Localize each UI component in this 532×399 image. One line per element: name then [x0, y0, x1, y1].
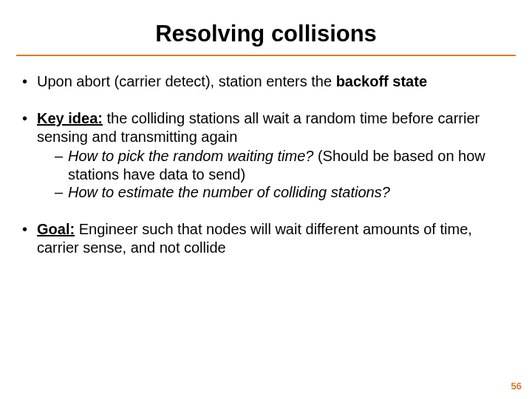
- sub-bullet-italic: How to pick the random waiting time?: [68, 148, 313, 164]
- sub-bullet-list: How to pick the random waiting time? (Sh…: [37, 147, 513, 201]
- title-underline: [16, 55, 516, 56]
- sub-bullet-item: How to estimate the number of colliding …: [55, 183, 513, 201]
- bullet-item: Upon abort (carrier detect), station ent…: [19, 72, 513, 90]
- bullet-text: Upon abort (carrier detect), station ent…: [37, 73, 336, 89]
- bullet-list: Upon abort (carrier detect), station ent…: [19, 72, 513, 256]
- bullet-item: Key idea: the colliding stations all wai…: [19, 109, 513, 201]
- slide-body: Upon abort (carrier detect), station ent…: [19, 72, 513, 256]
- page-number: 56: [511, 381, 522, 392]
- sub-bullet-italic: How to estimate the number of colliding …: [68, 184, 390, 200]
- sub-bullet-item: How to pick the random waiting time? (Sh…: [55, 147, 513, 183]
- bullet-item: Goal: Engineer such that nodes will wait…: [19, 220, 513, 256]
- bullet-text: the colliding stations all wait a random…: [37, 110, 480, 144]
- slide-title: Resolving collisions: [155, 21, 377, 52]
- bullet-label: Key idea:: [37, 110, 103, 126]
- bullet-bold: backoff state: [336, 73, 427, 89]
- title-block: Resolving collisions: [19, 21, 513, 56]
- slide: Resolving collisions Upon abort (carrier…: [0, 0, 532, 399]
- bullet-label: Goal:: [37, 221, 75, 237]
- bullet-text: Engineer such that nodes will wait diffe…: [37, 221, 472, 255]
